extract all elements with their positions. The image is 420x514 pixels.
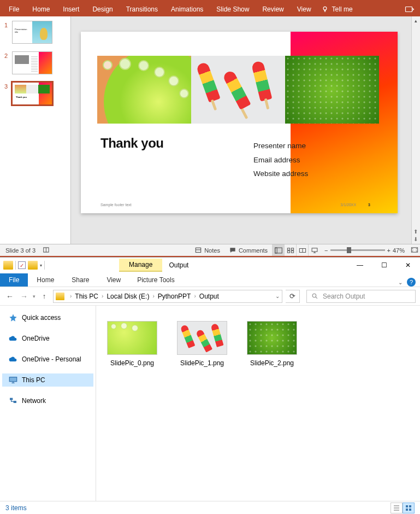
close-button[interactable]: ✕ [396, 258, 420, 273]
breadcrumb-item[interactable]: PythonPPT [158, 293, 191, 300]
slide-contact-info[interactable]: Presenter name Email address Website add… [253, 139, 308, 181]
minimize-button[interactable]: — [348, 258, 372, 273]
thumbnails-view-button[interactable] [403, 503, 415, 513]
reading-view-button[interactable] [296, 244, 308, 256]
maximize-button[interactable]: ☐ [372, 258, 396, 273]
notes-icon [194, 247, 202, 254]
thumbnail-slide-3[interactable]: Thank you [12, 82, 52, 105]
thumbnail-number: 2 [4, 51, 12, 74]
chevron-right-icon[interactable]: › [192, 293, 198, 299]
file-thumbnail [177, 321, 227, 355]
fe-tab-share[interactable]: Share [63, 273, 98, 287]
current-slide[interactable]: Thank you Presenter name Email address W… [81, 32, 398, 213]
fe-tab-home[interactable]: Home [28, 273, 63, 287]
ribbon-tab-slideshow[interactable]: Slide Show [210, 2, 256, 16]
monitor-icon [9, 376, 17, 384]
file-item[interactable]: SlidePic_1.png [175, 321, 229, 367]
new-folder-icon[interactable] [28, 261, 38, 270]
network-icon [9, 396, 17, 405]
svg-point-0 [323, 7, 327, 10]
vertical-scrollbar[interactable]: ▴ [411, 16, 420, 244]
zoom-slider[interactable] [330, 249, 385, 251]
ribbon-tab-animations[interactable]: Animations [164, 2, 210, 16]
thumbnail-slide-1[interactable]: Presentationtitle [12, 21, 52, 44]
sidebar-onedrive[interactable]: OneDrive [2, 332, 93, 345]
file-item[interactable]: SlidePic_2.png [245, 321, 299, 367]
prev-slide-icon[interactable]: ⬆ [411, 229, 420, 236]
email-address: Email address [253, 153, 308, 167]
sorter-view-button[interactable] [284, 244, 296, 256]
ribbon-tab-home[interactable]: Home [26, 2, 56, 16]
item-count: 3 items [5, 504, 27, 512]
forward-button[interactable]: → [19, 292, 29, 301]
svg-rect-4 [275, 248, 277, 253]
fe-tab-picture-tools[interactable]: Picture Tools [131, 273, 181, 287]
chevron-right-icon[interactable]: › [150, 293, 156, 299]
qat-dropdown-icon[interactable]: ▾ [40, 263, 42, 268]
sidebar-this-pc[interactable]: This PC [2, 373, 93, 387]
breadcrumb-item[interactable]: This PC [75, 293, 98, 300]
thumbnail-number: 1 [4, 21, 12, 44]
presenter-name: Presenter name [253, 139, 308, 153]
ribbon-tab-transitions[interactable]: Transitions [120, 2, 164, 16]
refresh-button[interactable]: ⟳ [286, 290, 300, 303]
slide-counter: Slide 3 of 3 [0, 247, 41, 254]
ribbon-tab-view[interactable]: View [291, 2, 318, 16]
comments-button[interactable]: Comments [224, 247, 272, 254]
help-icon[interactable]: ? [407, 278, 416, 287]
svg-rect-15 [406, 505, 408, 507]
properties-icon[interactable]: ✓ [18, 261, 26, 269]
zoom-out-button[interactable]: − [324, 247, 328, 254]
thumbnail-row-1[interactable]: 1 Presentationtitle [4, 21, 66, 44]
details-view-button[interactable] [391, 503, 403, 513]
expand-ribbon-icon[interactable]: ⌄ [398, 279, 403, 285]
next-slide-icon[interactable]: ⬇ [411, 236, 420, 244]
slide-image-apple[interactable] [285, 56, 379, 124]
slide-canvas[interactable]: Thank you Presenter name Email address W… [71, 16, 420, 244]
sidebar-onedrive-personal[interactable]: OneDrive - Personal [2, 353, 93, 366]
fit-to-window-button[interactable] [409, 246, 420, 255]
slide-image-popsicles[interactable] [191, 56, 285, 124]
chevron-right-icon[interactable]: › [68, 293, 74, 299]
slide-title[interactable]: Thank you [100, 136, 164, 151]
slide-image-lime[interactable] [97, 56, 191, 124]
search-box[interactable]: Search Output [306, 290, 416, 303]
spellcheck-icon[interactable] [41, 246, 52, 255]
manage-contextual-tab[interactable]: Manage [119, 259, 162, 272]
ribbon-tab-review[interactable]: Review [256, 2, 290, 16]
history-dropdown-icon[interactable]: ▾ [33, 294, 36, 299]
thumbnail-row-2[interactable]: 2 [4, 51, 66, 74]
tell-me-search[interactable]: Tell me [321, 5, 353, 13]
ribbon-tab-insert[interactable]: Insert [56, 2, 86, 16]
scroll-up-icon[interactable]: ▴ [412, 16, 420, 25]
back-button[interactable]: ← [4, 292, 15, 301]
normal-view-button[interactable] [272, 244, 284, 256]
notes-button[interactable]: Notes [190, 247, 224, 254]
chevron-right-icon[interactable]: › [99, 293, 105, 299]
address-dropdown-icon[interactable]: ⌄ [275, 293, 280, 299]
view-mode-buttons [272, 244, 320, 256]
fe-tab-file[interactable]: File [0, 273, 28, 287]
ribbon-tab-design[interactable]: Design [86, 2, 119, 16]
ribbon-tab-file[interactable]: File [2, 2, 26, 16]
zoom-in-button[interactable]: + [387, 247, 391, 254]
sidebar-network[interactable]: Network [2, 394, 93, 407]
breadcrumb-item[interactable]: Local Disk (E:) [107, 293, 149, 300]
address-bar[interactable]: › This PC › Local Disk (E:) › PythonPPT … [53, 290, 282, 303]
thumbnail-slide-2[interactable] [12, 51, 52, 74]
thumbnail-row-3[interactable]: 3 Thank you [4, 82, 66, 105]
window-title: Output [169, 261, 188, 269]
slide-image-row [97, 56, 379, 124]
fe-tab-view[interactable]: View [98, 273, 129, 287]
file-item[interactable]: SlidePic_0.png [105, 321, 159, 367]
fe-file-list[interactable]: SlidePic_0.png SlidePic_1.png SlidePic_2… [96, 306, 420, 501]
up-button[interactable]: ↑ [39, 292, 50, 300]
slideshow-view-button[interactable] [308, 244, 320, 256]
file-thumbnail [247, 321, 297, 355]
share-button[interactable] [405, 5, 415, 14]
folder-icon[interactable] [3, 261, 13, 270]
zoom-value[interactable]: 47% [393, 247, 405, 254]
comments-label: Comments [239, 247, 268, 254]
breadcrumb-item[interactable]: Output [199, 293, 219, 300]
sidebar-quick-access[interactable]: Quick access [2, 311, 93, 324]
